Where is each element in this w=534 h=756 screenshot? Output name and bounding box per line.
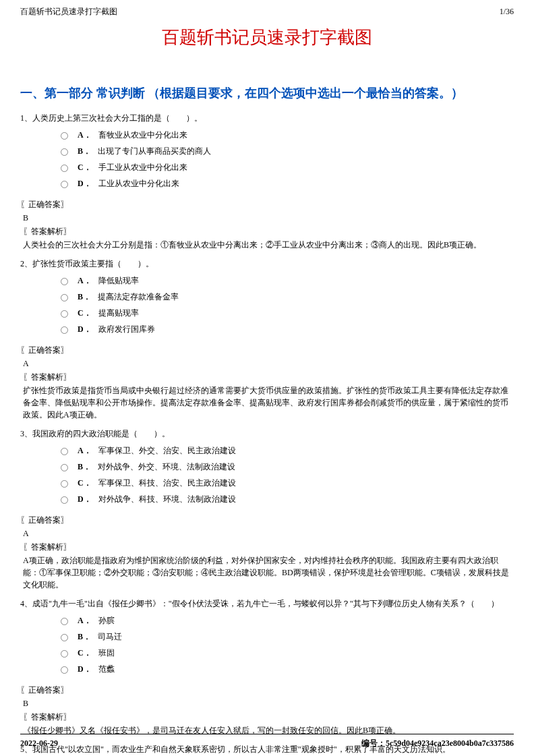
explain-header: 〖答案解析〗	[23, 711, 514, 723]
option-text: 班固	[98, 647, 115, 659]
answer-value: B	[23, 697, 514, 709]
option-row[interactable]: B．提高法定存款准备金率	[61, 289, 514, 305]
option-label: C．	[78, 161, 92, 173]
option-label: B．	[78, 461, 91, 473]
option-row[interactable]: D．范蠡	[61, 661, 514, 677]
radio-icon[interactable]	[61, 310, 68, 318]
explain-text: 扩张性货币政策是指货币当局或中央银行超过经济的通常需要扩大货币供应量的政策措施。…	[23, 384, 514, 421]
question-stem: 3、我国政府的四大政治职能是（ ）。	[20, 428, 514, 440]
option-label: A．	[78, 444, 92, 457]
question-block: 2、扩张性货币政策主要指（ ）。A．降低贴现率B．提高法定存款准备金率C．提高贴…	[20, 258, 514, 421]
option-text: 畜牧业从农业中分化出来	[98, 129, 187, 141]
radio-icon[interactable]	[61, 148, 68, 156]
option-row[interactable]: B．出现了专门从事商品买卖的商人	[61, 143, 514, 159]
option-row[interactable]: C．手工业从农业中分化出来	[61, 159, 514, 175]
radio-icon[interactable]	[61, 278, 68, 285]
radio-icon[interactable]	[61, 165, 68, 172]
radio-icon[interactable]	[61, 480, 68, 488]
answer-value: A	[23, 527, 514, 540]
radio-icon[interactable]	[61, 132, 68, 140]
option-row[interactable]: A．畜牧业从农业中分化出来	[61, 127, 514, 143]
explain-header: 〖答案解析〗	[23, 541, 514, 553]
explain-text: 人类社会的三次社会大分工分别是指：①畜牧业从农业中分离出来；②手工业从农业中分离…	[23, 239, 514, 251]
radio-icon[interactable]	[61, 326, 68, 334]
option-label: C．	[78, 307, 92, 319]
option-row[interactable]: C．提高贴现率	[61, 305, 514, 321]
option-label: D．	[78, 663, 92, 675]
radio-icon[interactable]	[61, 181, 68, 188]
answer-value: B	[23, 212, 514, 224]
question-block: 3、我国政府的四大政治职能是（ ）。A．军事保卫、外交、治安、民主政治建设B．对…	[20, 428, 514, 591]
footer-bar: 2022-06-29 编号：5c59d04e9234ca23e8004b0a7c…	[20, 734, 514, 749]
question-stem: 2、扩张性货币政策主要指（ ）。	[20, 258, 514, 270]
radio-icon[interactable]	[61, 464, 68, 471]
option-text: 降低贴现率	[98, 274, 139, 287]
option-label: D．	[78, 493, 92, 505]
answer-header: 〖正确答案〗	[20, 684, 514, 696]
option-label: B．	[78, 291, 91, 303]
option-label: A．	[78, 274, 92, 287]
explain-text: A项正确，政治职能是指政府为维护国家统治阶级的利益，对外保护国家安全，对内维持社…	[23, 554, 514, 591]
options-group: A．畜牧业从农业中分化出来B．出现了专门从事商品买卖的商人C．手工业从农业中分化…	[61, 127, 514, 192]
option-label: D．	[78, 177, 92, 190]
option-text: 对外战争、科技、环境、法制政治建设	[98, 493, 236, 505]
option-label: C．	[78, 647, 92, 659]
option-label: A．	[78, 614, 92, 627]
radio-icon[interactable]	[61, 448, 68, 455]
option-text: 提高法定存款准备金率	[98, 291, 179, 303]
option-row[interactable]: D．对外战争、科技、环境、法制政治建设	[61, 491, 514, 507]
answer-value: A	[23, 357, 514, 370]
option-label: A．	[78, 129, 92, 141]
option-row[interactable]: D．政府发行国库券	[61, 321, 514, 337]
question-stem: 1、人类历史上第三次社会大分工指的是（ ）。	[20, 112, 514, 124]
option-text: 军事保卫、科技、治安、民主政治建设	[98, 477, 236, 489]
option-text: 提高贴现率	[98, 307, 139, 319]
option-text: 工业从农业中分化出来	[98, 177, 179, 190]
answer-header: 〖正确答案〗	[20, 198, 514, 210]
explain-header: 〖答案解析〗	[23, 225, 514, 237]
answer-section: 〖正确答案〗B〖答案解析〗人类社会的三次社会大分工分别是指：①畜牧业从农业中分离…	[20, 198, 514, 251]
radio-icon[interactable]	[61, 496, 68, 504]
options-group: A．孙膑B．司马迁C．班固D．范蠡	[61, 612, 514, 677]
question-block: 1、人类历史上第三次社会大分工指的是（ ）。A．畜牧业从农业中分化出来B．出现了…	[20, 112, 514, 251]
option-row[interactable]: B．司马迁	[61, 629, 514, 645]
page-indicator: 1/36	[500, 5, 514, 18]
option-text: 对外战争、外交、环境、法制政治建设	[98, 461, 235, 473]
radio-icon[interactable]	[61, 666, 68, 674]
option-text: 孙膑	[98, 614, 115, 627]
option-row[interactable]: A．降低贴现率	[61, 272, 514, 289]
radio-icon[interactable]	[61, 294, 68, 301]
option-text: 军事保卫、外交、治安、民主政治建设	[98, 444, 236, 457]
option-text: 司马迁	[98, 631, 122, 643]
option-row[interactable]: D．工业从农业中分化出来	[61, 175, 514, 192]
footer-date: 2022-06-29	[20, 737, 58, 749]
explain-header: 〖答案解析〗	[23, 371, 514, 383]
section-title: 一、第一部分 常识判断 （根据题目要求，在四个选项中选出一个最恰当的答案。）	[20, 84, 514, 103]
option-label: C．	[78, 477, 92, 489]
option-row[interactable]: C．班固	[61, 645, 514, 661]
question-block: 4、成语"九牛一毛"出自《报任少卿书》："假令仆伏法受诛，若九牛亡一毛，与蝼蚁何…	[20, 598, 514, 736]
main-title: 百题斩书记员速录打字截图	[20, 20, 514, 71]
radio-icon[interactable]	[61, 634, 68, 641]
options-group: A．军事保卫、外交、治安、民主政治建设B．对外战争、外交、环境、法制政治建设C．…	[61, 442, 514, 507]
options-group: A．降低贴现率B．提高法定存款准备金率C．提高贴现率D．政府发行国库券	[61, 272, 514, 337]
footer-serial: 编号：5c59d04e9234ca23e8004b0a7c337586	[361, 737, 514, 749]
option-label: B．	[78, 631, 91, 643]
radio-icon[interactable]	[61, 650, 68, 658]
option-text: 出现了专门从事商品买卖的商人	[98, 145, 211, 157]
radio-icon[interactable]	[61, 618, 68, 625]
option-row[interactable]: A．军事保卫、外交、治安、民主政治建设	[61, 442, 514, 459]
option-row[interactable]: C．军事保卫、科技、治安、民主政治建设	[61, 475, 514, 491]
answer-section: 〖正确答案〗A〖答案解析〗扩张性货币政策是指货币当局或中央银行超过经济的通常需要…	[20, 344, 514, 421]
answer-header: 〖正确答案〗	[20, 344, 514, 356]
question-stem: 4、成语"九牛一毛"出自《报任少卿书》："假令仆伏法受诛，若九牛亡一毛，与蝼蚁何…	[20, 598, 514, 610]
option-label: D．	[78, 323, 92, 335]
doc-title-small: 百题斩书记员速录打字截图	[20, 5, 117, 18]
option-label: B．	[78, 145, 91, 157]
option-text: 手工业从农业中分化出来	[98, 161, 187, 173]
option-row[interactable]: A．孙膑	[61, 612, 514, 629]
option-row[interactable]: B．对外战争、外交、环境、法制政治建设	[61, 459, 514, 475]
header-bar: 百题斩书记员速录打字截图 1/36	[20, 0, 514, 20]
answer-section: 〖正确答案〗A〖答案解析〗A项正确，政治职能是指政府为维护国家统治阶级的利益，对…	[20, 514, 514, 591]
answer-header: 〖正确答案〗	[20, 514, 514, 526]
